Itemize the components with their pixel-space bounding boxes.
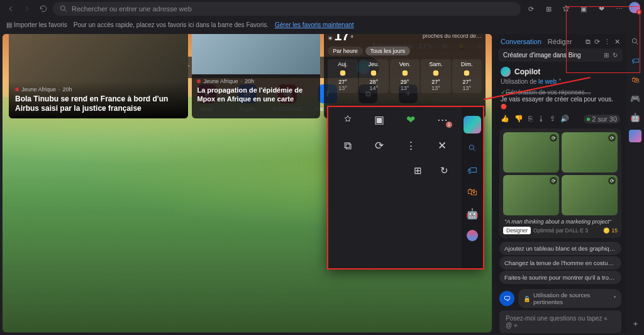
favorites-tip: Pour un accès rapide, placez vos favoris… bbox=[74, 21, 269, 28]
sidebar-search-icon[interactable] bbox=[468, 144, 477, 155]
more-icon[interactable]: ⋯1 bbox=[435, 113, 450, 127]
annotation-zoom-panel: ▣ ❤ ⋯1 ⧉ ⟳ ⋮ ✕ ⊞ ↻ 🏷 🛍 🤖 bbox=[327, 106, 484, 270]
sidebar-bot-icon[interactable]: 🤖 bbox=[466, 208, 479, 220]
refresh-icon[interactable]: ⟳ bbox=[372, 139, 387, 152]
copilot-panel: Conversation Rédiger ⧉ ⟳ ⋮ ✕ Créateur d'… bbox=[494, 34, 626, 332]
search-icon bbox=[59, 4, 68, 13]
manage-favorites-link[interactable]: Gérer les favoris maintenant bbox=[275, 21, 354, 28]
import-favorites[interactable]: ▤ Importer les favoris bbox=[6, 21, 67, 28]
forecast-day[interactable]: Auj.27°13° bbox=[328, 59, 357, 93]
generated-image[interactable] bbox=[562, 175, 618, 215]
collections-icon[interactable]: ▣ bbox=[372, 113, 387, 127]
forecast-day[interactable]: Ven.29°13° bbox=[390, 59, 419, 93]
forward-button[interactable] bbox=[20, 2, 34, 16]
tab-compose[interactable]: Rédiger bbox=[548, 38, 572, 46]
history-icon[interactable]: ↻ bbox=[436, 165, 452, 176]
open-external-icon[interactable]: ⧉ bbox=[340, 140, 355, 152]
sidebar-copilot-icon[interactable] bbox=[629, 130, 641, 142]
sidebar-shopping-icon[interactable]: 🛍 bbox=[467, 186, 477, 198]
collections-icon[interactable]: ▣ bbox=[576, 2, 591, 16]
open-external-icon[interactable]: ⧉ bbox=[586, 38, 591, 46]
copy-icon[interactable]: ⎘ bbox=[528, 115, 533, 123]
back-button[interactable] bbox=[4, 2, 18, 16]
grid-icon[interactable]: ⊞ bbox=[410, 165, 425, 176]
refresh-button[interactable] bbox=[36, 2, 50, 16]
weather-tab-hourly[interactable]: Par heure bbox=[328, 47, 363, 55]
profile-avatar[interactable]: 1 bbox=[629, 2, 640, 13]
grid-icon[interactable]: ⊞ bbox=[604, 52, 609, 59]
sidebar-tag-icon[interactable]: 🏷 bbox=[467, 165, 477, 176]
suggestion-chip[interactable]: Ajoutez un tableau blanc et des graphiqu… bbox=[499, 242, 621, 255]
assistant-message: Je vais essayer de créer cela pour vous. bbox=[501, 96, 620, 110]
edge-sidebar: 🏷 🛍 🎮 🤖 ＋ bbox=[626, 31, 644, 335]
dislike-icon[interactable]: 👎 bbox=[514, 115, 523, 123]
favorites-bar: ▤ Importer les favoris Pour un accès rap… bbox=[0, 18, 644, 31]
sidebar-add-icon[interactable]: ＋ bbox=[629, 317, 641, 330]
suggestion-chip[interactable]: Faites-le sourire pour montrer qu'il a t… bbox=[499, 271, 621, 284]
sidebar-bot-icon[interactable]: 🤖 bbox=[629, 111, 641, 123]
favorites-star-icon[interactable] bbox=[340, 114, 355, 127]
browser-chrome-top: Rechercher ou entrer une adresse web ⟳ ⊞… bbox=[0, 0, 644, 18]
generated-image[interactable] bbox=[503, 132, 559, 173]
health-icon[interactable]: ❤ bbox=[403, 113, 418, 127]
close-icon[interactable]: ✕ bbox=[435, 139, 450, 152]
designer-chip[interactable]: Designer bbox=[503, 227, 531, 234]
sidebar-search-icon[interactable] bbox=[629, 35, 641, 48]
extensions-icon[interactable]: ⊞ bbox=[541, 2, 556, 16]
download-icon[interactable]: ⭳ bbox=[538, 115, 545, 123]
refresh-icon[interactable]: ⟳ bbox=[594, 38, 600, 46]
share-icon[interactable]: ⇪ bbox=[550, 115, 555, 123]
favorites-icon[interactable] bbox=[558, 2, 574, 16]
copilot-brand: Copilot bbox=[494, 62, 626, 78]
news-card[interactable]: Jeune Afrique · 20h La propagation de l'… bbox=[192, 34, 320, 118]
performance-icon[interactable]: ⟳ bbox=[523, 2, 538, 16]
turn-counter: 2 sur 30 bbox=[584, 115, 620, 123]
sidebar-orb-icon[interactable] bbox=[467, 230, 478, 241]
image-results: "A man thinking about a marketing projec… bbox=[499, 128, 621, 238]
forecast-day[interactable]: Dim.27°13° bbox=[452, 59, 482, 93]
suggestion-chip[interactable]: Changez la tenue de l'homme en costume d… bbox=[499, 256, 621, 270]
sidebar-shopping-icon[interactable]: 🛍 bbox=[629, 73, 641, 86]
generated-image[interactable] bbox=[562, 132, 618, 173]
menu-icon[interactable]: ⋯ bbox=[611, 2, 626, 16]
weather-tab-daily[interactable]: Tous les jours bbox=[365, 47, 410, 55]
svg-point-4 bbox=[469, 145, 474, 149]
like-icon[interactable]: 👍 bbox=[501, 115, 509, 123]
copilot-logo-icon bbox=[501, 67, 511, 77]
sidebar-games-icon[interactable]: 🎮 bbox=[629, 92, 641, 105]
more-icon[interactable]: ⋮ bbox=[604, 38, 611, 46]
generated-image[interactable] bbox=[503, 175, 559, 215]
forecast-day[interactable]: Sam.27°13° bbox=[421, 59, 450, 93]
new-topic-button[interactable]: 🗨 bbox=[499, 291, 514, 306]
address-bar[interactable]: Rechercher ou entrer une adresse web bbox=[53, 2, 521, 16]
more-vertical-icon[interactable]: ⋮ bbox=[403, 139, 418, 152]
ask-input[interactable]: Posez-moi une questions ou tapez « @ » bbox=[499, 310, 621, 333]
copilot-scope[interactable]: Utilisation de le web ˅ bbox=[494, 78, 626, 85]
sidebar-tag-icon[interactable]: 🏷 bbox=[629, 54, 641, 67]
svg-point-3 bbox=[632, 38, 636, 43]
sources-toggle[interactable]: 🔒 Utilisation de sources pertinentes ˅ bbox=[518, 289, 621, 308]
sync-icon[interactable]: ❤ bbox=[594, 2, 609, 16]
image-creator-banner[interactable]: Créateur d'image dans Bing ⊞↻ bbox=[498, 48, 623, 62]
copilot-icon[interactable] bbox=[464, 116, 481, 133]
message-actions: 👍 👎 ⎘ ⭳ ⇪ 🔊 2 sur 30 bbox=[494, 113, 626, 126]
tab-conversation[interactable]: Conversation bbox=[501, 38, 541, 46]
image-prompt-caption: "A man thinking about a marketing projec… bbox=[503, 215, 618, 227]
address-placeholder: Rechercher ou entrer une adresse web bbox=[72, 5, 192, 13]
news-card-lead[interactable]: Jeune Afrique · 20h Bola Tinubu se rend … bbox=[9, 34, 188, 118]
svg-point-0 bbox=[60, 6, 65, 10]
credits-remaining[interactable]: 🪙 15 bbox=[603, 227, 618, 234]
close-icon[interactable]: ✕ bbox=[614, 38, 620, 46]
history-icon[interactable]: ↻ bbox=[613, 52, 618, 59]
read-aloud-icon[interactable]: 🔊 bbox=[560, 115, 569, 123]
forecast-day[interactable]: Jeu.28°14° bbox=[359, 59, 389, 93]
